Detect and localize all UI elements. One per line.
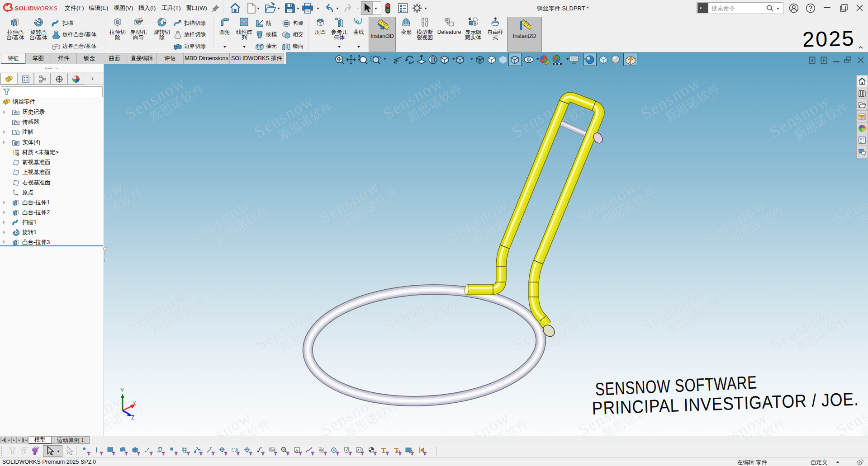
svg-text:A: A [357, 448, 360, 452]
svg-text:A: A [14, 131, 18, 135]
svg-text:Y: Y [120, 387, 124, 394]
svg-text:A: A [295, 448, 298, 452]
svg-text:Z: Z [131, 414, 134, 421]
svg-text:X: X [133, 400, 136, 407]
svg-text:03: 03 [272, 448, 275, 451]
svg-text:N: N [283, 448, 285, 451]
